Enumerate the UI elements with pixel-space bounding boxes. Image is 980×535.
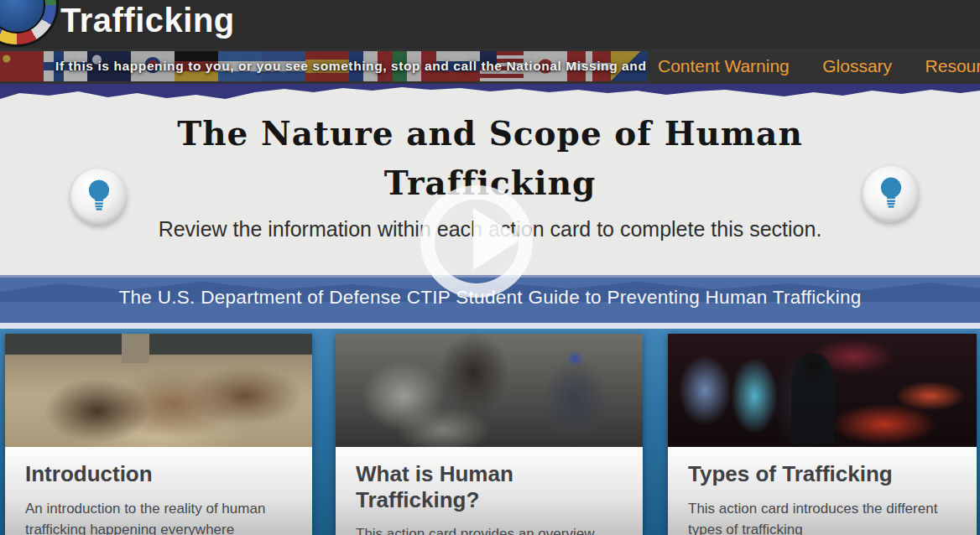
flag-china-icon	[0, 51, 44, 81]
card-description: An introduction to the reality of human …	[25, 498, 292, 535]
card-description: This action card provides an overview	[356, 523, 623, 535]
nav-item-content-warning[interactable]: Content Warning	[658, 49, 790, 84]
card-image-night-street-scene	[668, 334, 977, 447]
action-card-types-of-trafficking[interactable]: Types of Trafficking This action card in…	[668, 334, 977, 535]
hint-button-left[interactable]	[70, 169, 127, 225]
play-button[interactable]	[420, 185, 533, 298]
card-image-people-hidden-in-vehicle	[5, 334, 312, 447]
card-title: Introduction	[25, 461, 292, 487]
action-card-introduction[interactable]: Introduction An introduction to the real…	[5, 334, 312, 535]
lightbulb-icon	[85, 179, 113, 216]
action-card-what-is-human-trafficking[interactable]: What is Human Trafficking? This action c…	[336, 334, 643, 535]
banner-bottom-edge	[0, 323, 980, 329]
card-body: Introduction An introduction to the real…	[5, 447, 312, 535]
card-title: Types of Trafficking	[688, 461, 957, 487]
card-body: What is Human Trafficking? This action c…	[336, 447, 643, 535]
card-description: This action card introduces the differen…	[688, 498, 957, 535]
card-body: Types of Trafficking This action card in…	[668, 447, 977, 535]
nav-item-resources[interactable]: Resources	[925, 49, 980, 84]
app-header: Trafficking	[0, 0, 980, 49]
lightbulb-icon	[877, 176, 905, 213]
app-title: Trafficking	[60, 2, 235, 39]
nav-item-glossary[interactable]: Glossary	[822, 49, 892, 84]
hotline-ticker-text: If this is happening to you, or you see …	[55, 49, 646, 84]
card-title: What is Human Trafficking?	[356, 461, 623, 512]
hint-button-right[interactable]	[863, 166, 919, 222]
play-icon	[473, 208, 522, 270]
card-image-forced-labor-scene	[336, 334, 643, 447]
top-nav: Content Warning Glossary Resources	[651, 49, 980, 84]
video-frame: The Nature and Scope of Human Traffickin…	[0, 0, 980, 535]
